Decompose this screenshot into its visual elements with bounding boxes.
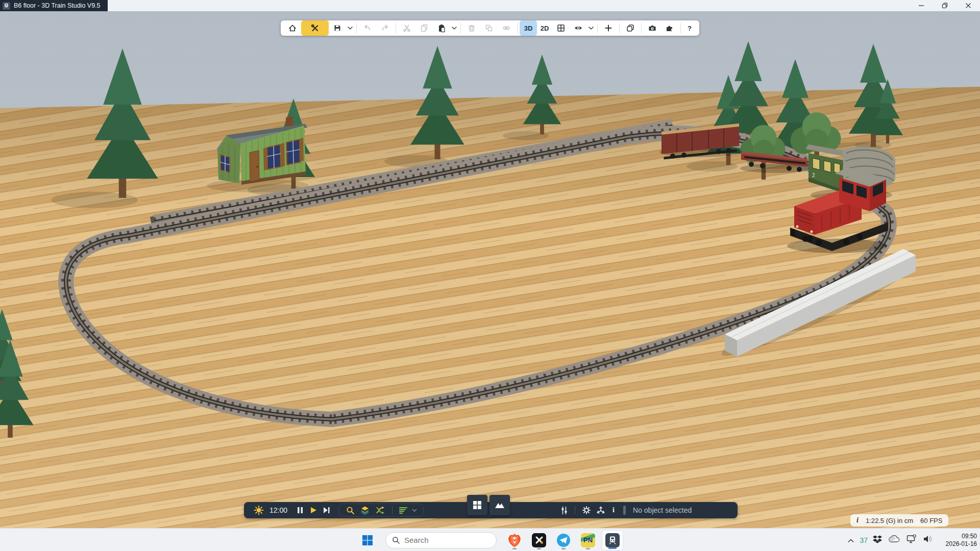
selection-status: No object selected (633, 506, 692, 514)
dropbox-icon[interactable] (871, 535, 884, 545)
layers-icon[interactable] (357, 506, 373, 515)
system-tray: 37 09:50 2026-01-16 (846, 529, 977, 551)
view-2d-button[interactable]: 2D (537, 20, 552, 36)
settings-gear-icon[interactable] (579, 506, 594, 515)
tray-badge[interactable]: 37 (860, 536, 868, 544)
scale-fps-pill: i 1:22.5 (G) in cm 60 FPS (850, 514, 948, 527)
tools-button[interactable] (301, 20, 329, 36)
daylight-sun-icon[interactable] (253, 505, 264, 516)
skip-end-button[interactable] (320, 507, 333, 514)
playback-bar: 12:00 (244, 502, 738, 518)
visibility-dropdown-chevron-icon[interactable] (587, 20, 595, 36)
view-3d-button[interactable]: 3D (520, 20, 537, 36)
close-button[interactable] (957, 0, 980, 11)
delete-button[interactable] (463, 20, 480, 36)
taskbar-app-paint-net[interactable]: PN (577, 530, 599, 550)
taskbar-app-train-studio[interactable] (602, 530, 623, 550)
title-bar: B6 floor - 3D Train Studio V9.5 (0, 0, 980, 11)
search-input[interactable] (404, 536, 481, 544)
shuffle-icon[interactable] (373, 506, 388, 514)
cloud-icon[interactable] (887, 535, 901, 545)
catalog-grid-button[interactable] (467, 495, 487, 515)
copy-button[interactable] (415, 20, 433, 36)
taskbar-app-brave[interactable] (504, 530, 525, 550)
view-options-panel (338, 504, 424, 517)
tray-chevron-up-icon[interactable] (846, 536, 856, 545)
plugins-button[interactable] (661, 20, 678, 36)
clock-time: 09:50 (941, 533, 977, 540)
window-controls (910, 0, 980, 11)
taskbar-app-x-tool[interactable] (528, 530, 550, 550)
paint-net-label: PN (583, 536, 593, 544)
window-title: B6 floor - 3D Train Studio V9.5 (14, 2, 101, 9)
paste-dropdown-chevron-icon[interactable] (450, 20, 458, 36)
coach-number: 2 (812, 172, 815, 178)
duplicate-button[interactable] (622, 20, 639, 36)
status-resize-handle[interactable] (623, 506, 626, 515)
taskbar-search[interactable] (385, 532, 497, 548)
help-button[interactable]: ? (683, 20, 696, 36)
terrain-button[interactable] (489, 495, 510, 515)
app-train-icon (3, 2, 10, 10)
simulation-time[interactable]: 12:00 (270, 506, 287, 514)
viewport-3d[interactable]: 2 (0, 11, 980, 528)
taskbar-clock[interactable]: 09:50 2026-01-16 (941, 533, 977, 548)
cut-button[interactable] (398, 20, 415, 36)
play-button[interactable] (307, 507, 320, 514)
paste-button[interactable] (433, 20, 450, 36)
track-list-icon[interactable] (397, 507, 410, 514)
pause-button[interactable] (293, 507, 307, 514)
volume-speaker-icon[interactable] (922, 535, 935, 545)
home-button[interactable] (284, 20, 301, 36)
object-info-icon[interactable]: i (608, 506, 619, 514)
grid-view-button[interactable] (552, 20, 570, 36)
zoom-search-icon[interactable] (343, 506, 357, 515)
start-button[interactable] (357, 530, 378, 550)
save-dropdown-chevron-icon[interactable] (346, 20, 354, 36)
taskbar-app-telegram[interactable] (553, 530, 574, 550)
screen: B6 floor - 3D Train Studio V9.5 (0, 0, 980, 551)
scene-canvas[interactable]: 2 (0, 11, 980, 528)
save-button[interactable] (329, 20, 346, 36)
scale-readout: 1:22.5 (G) in cm (866, 517, 913, 524)
link-button[interactable] (498, 20, 515, 36)
info-icon: i (856, 516, 859, 524)
taskbar: PN 37 (0, 528, 980, 551)
main-toolbar: 3D 2D (281, 20, 699, 36)
search-icon (392, 536, 400, 544)
undo-button[interactable] (359, 20, 376, 36)
list-dropdown-chevron-icon[interactable] (410, 509, 419, 512)
group-button[interactable] (480, 20, 498, 36)
move-axes-icon[interactable] (594, 506, 608, 515)
redo-button[interactable] (376, 20, 394, 36)
display-device-icon[interactable] (905, 535, 918, 545)
title-left-segment: B6 floor - 3D Train Studio V9.5 (0, 0, 108, 11)
screenshot-button[interactable] (644, 20, 661, 36)
add-object-button[interactable] (600, 20, 617, 36)
clock-date: 2026-01-16 (941, 540, 977, 548)
fps-readout: 60 FPS (920, 517, 942, 524)
visibility-button[interactable] (570, 20, 587, 36)
restore-button[interactable] (933, 0, 957, 11)
sliders-icon[interactable] (557, 506, 571, 515)
minimize-button[interactable] (910, 0, 933, 11)
